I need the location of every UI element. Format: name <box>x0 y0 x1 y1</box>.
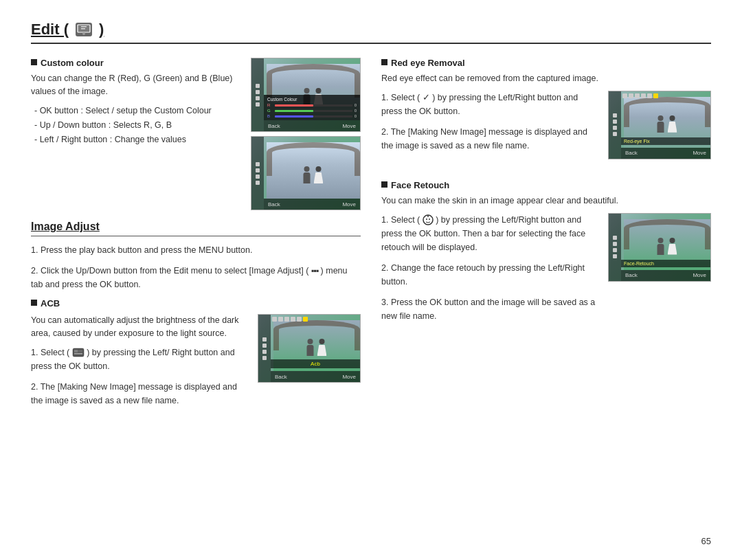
re-footer: Back Move <box>621 148 710 159</box>
left-column: Custom colour You can change the R (Red)… <box>31 58 361 414</box>
custom-colour-section: Custom colour You can change the R (Red)… <box>31 58 361 210</box>
face-retouch-content: 1. Select ( ) by pressing the Left/Right… <box>381 213 711 330</box>
screen-footer-1: Back Move <box>264 120 360 131</box>
svg-rect-9 <box>74 350 82 352</box>
page: Edit ( ) Custom colour <box>0 0 742 560</box>
image-adjust-steps: 1. Press the play back button and press … <box>31 243 361 291</box>
acb-text: You can automatically adjust the brightn… <box>31 314 247 414</box>
r-fill <box>275 104 313 107</box>
couple-figures-2 <box>304 166 324 183</box>
acb-step-2: 2. The [Making New Image] message is dis… <box>31 380 247 407</box>
r-value: 0 <box>355 103 357 107</box>
red-eye-heading: Red eye Removal <box>381 58 711 68</box>
sidebar-icon <box>256 102 260 107</box>
re-icons-row <box>622 93 709 98</box>
title-text: Edit ( <box>31 21 69 38</box>
page-number: 65 <box>701 536 711 546</box>
red-eye-screen: Red-eye Fix Back Move <box>608 91 711 159</box>
custom-colour-instructions: - OK button : Select / setup the Custom … <box>34 104 240 148</box>
move-label-2: Move <box>342 201 356 208</box>
sidebar-icon <box>256 175 260 179</box>
acb-label-overlay: Acb <box>271 359 360 368</box>
screen-sidebar-2 <box>251 137 264 210</box>
red-eye-step-1: 1. Select ( ✓ ) by pressing the Left/Rig… <box>381 91 598 118</box>
red-eye-body: Red eye effect can be removed from the c… <box>381 72 711 85</box>
screen-sidebar <box>251 58 264 131</box>
custom-colour-screen-1: Custom Colour R 0 <box>251 58 361 132</box>
red-eye-section: Red eye Removal Red eye effect can be re… <box>381 58 711 159</box>
couple-acb <box>307 339 327 356</box>
r-track <box>275 104 352 107</box>
face-label: Face-Retouch <box>621 260 710 267</box>
ft-footer: Back Move <box>621 270 710 281</box>
b-label: B <box>267 114 273 118</box>
colour-sliders-overlay: Custom Colour R 0 <box>264 95 360 120</box>
bullet-icon <box>381 181 387 188</box>
svg-rect-8 <box>74 353 82 355</box>
person-bride-2 <box>314 166 324 183</box>
right-column: Red eye Removal Red eye effect can be re… <box>381 58 711 414</box>
title-suffix: ) <box>99 21 104 38</box>
instruction-2: - Up / Down button : Selects R, G, B <box>34 118 240 133</box>
face-retouch-screen: Face-Retouch Back Move <box>608 213 711 282</box>
face-icon <box>423 214 434 225</box>
rgb-sliders: R 0 G <box>267 103 357 118</box>
redeye-label: Red-eye Fix <box>621 137 710 145</box>
screen-footer-2: Back Move <box>264 199 360 210</box>
move-label: Move <box>342 123 356 129</box>
r-label: R <box>267 103 273 107</box>
g-fill <box>275 110 313 112</box>
sidebar-icon <box>256 96 260 100</box>
acb-step-1: 1. Select ( ) by pressing the Left/ Righ… <box>31 346 247 373</box>
acb-body: You can automatically adjust the brightn… <box>31 314 247 340</box>
face-retouch-steps: 1. Select ( ) by pressing the Left/Right… <box>381 213 598 330</box>
face-retouch-heading: Face Retouch <box>381 180 711 190</box>
acb-section: You can automatically adjust the brightn… <box>31 314 361 414</box>
red-eye-steps: 1. Select ( ✓ ) by pressing the Left/Rig… <box>381 91 598 159</box>
red-eye-step-2: 2. The [Making New Image] message is dis… <box>381 125 598 153</box>
screen-sidebar-acb <box>258 315 271 382</box>
couple-ft <box>657 238 677 255</box>
b-fill <box>275 115 313 117</box>
acb-heading: ACB <box>31 298 361 309</box>
bullet-icon <box>31 300 37 306</box>
face-retouch-section: Face Retouch You can make the skin in an… <box>381 180 711 330</box>
face-step-2: 2. Change the face retouch by pressing t… <box>381 261 598 289</box>
acb-footer: Back Move <box>271 371 360 382</box>
g-slider-row: G 0 <box>267 109 357 113</box>
image-adjust-step-2: 2. Click the Up/Down button from the Edi… <box>31 264 361 291</box>
red-eye-content: 1. Select ( ✓ ) by pressing the Left/Rig… <box>381 91 711 159</box>
g-value: 0 <box>355 109 357 113</box>
custom-colour-screen-2: Back Move <box>251 136 361 210</box>
acb-icons-row <box>272 317 359 322</box>
person-groom-2 <box>304 166 311 183</box>
colour-label: Custom Colour <box>267 97 357 102</box>
custom-colour-body: You can change the R (Red), G (Green) an… <box>31 72 240 98</box>
sidebar-icon <box>256 90 260 94</box>
screen-sidebar-ft <box>609 214 621 281</box>
acb-screen: Acb Back Move <box>258 314 361 383</box>
b-slider-row: B 0 <box>267 114 357 118</box>
instruction-1: - OK button : Select / setup the Custom … <box>34 104 240 118</box>
face-retouch-body: You can make the skin in an image appear… <box>381 194 711 208</box>
b-track <box>275 115 352 117</box>
page-title: Edit ( ) <box>31 21 104 38</box>
custom-colour-text: Custom colour You can change the R (Red)… <box>31 58 240 210</box>
acb-icon <box>72 348 85 357</box>
page-header: Edit ( ) <box>31 21 711 44</box>
screen-sidebar-re <box>609 91 621 159</box>
sidebar-icon <box>256 181 260 185</box>
r-slider-row: R 0 <box>267 103 357 107</box>
main-content: Custom colour You can change the R (Red)… <box>31 58 711 414</box>
sidebar-icon <box>256 168 260 172</box>
back-label-2: Back <box>268 201 280 208</box>
edit-icon <box>74 21 93 38</box>
svg-rect-4 <box>81 26 87 27</box>
instruction-3: - Left / Right button : Change the value… <box>34 133 240 147</box>
face-step-1: 1. Select ( ) by pressing the Left/Right… <box>381 213 598 254</box>
image-adjust-heading: Image Adjust <box>31 221 361 236</box>
image-adjust-step-1: 1. Press the play back button and press … <box>31 243 361 257</box>
sidebar-icon <box>256 162 260 166</box>
g-track <box>275 110 352 112</box>
face-step-3: 3. Press the OK button and the image wil… <box>381 295 598 323</box>
